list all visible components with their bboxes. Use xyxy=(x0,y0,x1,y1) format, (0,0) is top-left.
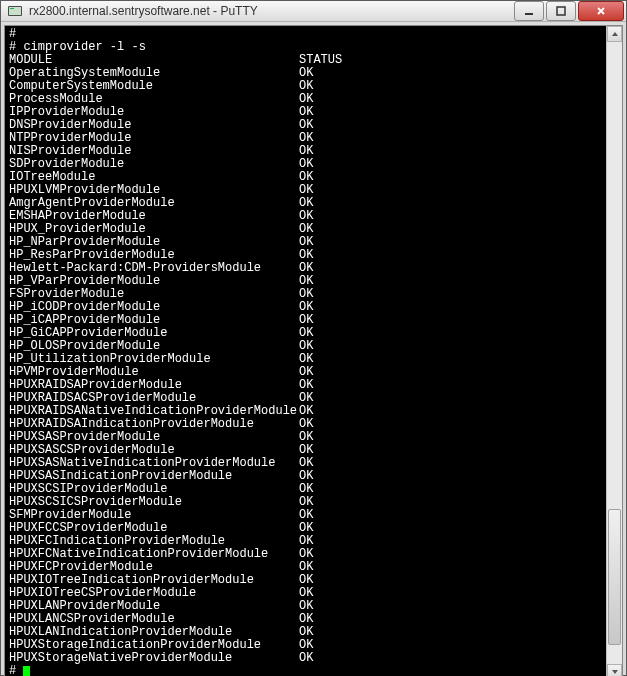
putty-window: rx2800.internal.sentrysoftware.net - PuT… xyxy=(0,0,627,676)
prompt-symbol: # xyxy=(9,664,16,676)
module-name: HPUXStorageNativeProviderModule xyxy=(9,652,299,665)
titlebar[interactable]: rx2800.internal.sentrysoftware.net - PuT… xyxy=(1,1,626,22)
prompt-line: # xyxy=(9,665,602,676)
scroll-thumb[interactable] xyxy=(608,509,621,646)
close-button[interactable] xyxy=(578,1,624,21)
window-controls xyxy=(512,1,624,21)
scroll-down-button[interactable] xyxy=(607,664,622,676)
putty-icon xyxy=(7,3,23,19)
terminal[interactable]: ## cimprovider -l -sMODULESTATUSOperatin… xyxy=(5,26,606,676)
svg-rect-4 xyxy=(557,7,565,15)
module-status: OK xyxy=(299,652,313,665)
command-text: cimprovider -l -s xyxy=(23,40,145,54)
output-row: HPUXStorageNativeProviderModuleOK xyxy=(9,652,602,665)
scroll-track[interactable] xyxy=(607,42,622,664)
cursor xyxy=(23,666,30,676)
svg-rect-3 xyxy=(525,13,533,15)
minimize-button[interactable] xyxy=(514,1,544,21)
vertical-scrollbar[interactable] xyxy=(606,26,622,676)
prompt-symbol: # xyxy=(9,40,16,54)
client-area: ## cimprovider -l -sMODULESTATUSOperatin… xyxy=(4,25,623,676)
window-title: rx2800.internal.sentrysoftware.net - PuT… xyxy=(29,4,512,18)
svg-rect-2 xyxy=(10,8,14,9)
prompt-symbol: # xyxy=(9,27,16,41)
maximize-button[interactable] xyxy=(546,1,576,21)
scroll-up-button[interactable] xyxy=(607,26,622,42)
